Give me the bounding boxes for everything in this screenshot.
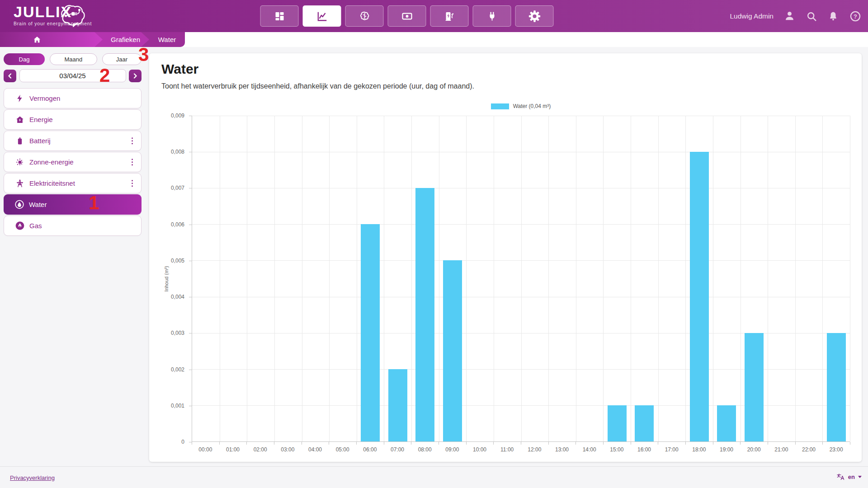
privacy-link[interactable]: Privacyverklaring (10, 474, 55, 481)
bar-09:00[interactable] (443, 260, 462, 441)
page-subtitle: Toont het waterverbruik per tijdseenheid… (161, 82, 474, 90)
x-tick-label: 06:00 (363, 446, 377, 453)
bar-19:00[interactable] (717, 405, 736, 441)
chart-legend[interactable]: Water (0,04 m³) (192, 103, 850, 109)
notifications-button[interactable] (827, 10, 839, 22)
sidebar-item-vermogen[interactable]: Vermogen (4, 88, 142, 108)
batterij-menu-button[interactable] (130, 136, 135, 146)
bar-06:00[interactable] (361, 224, 380, 441)
gridline-vertical (411, 116, 412, 441)
gridline-vertical (439, 116, 439, 441)
sidebar-item-label: Zonne-energie (29, 158, 74, 166)
x-tick-label: 15:00 (610, 446, 623, 453)
x-tick-mark (466, 442, 467, 445)
nav-charts-button[interactable] (303, 5, 341, 27)
x-tick-label: 02:00 (254, 446, 267, 453)
x-tick-label: 16:00 (637, 446, 651, 453)
user-profile-button[interactable] (783, 10, 796, 22)
brain-logo-icon (60, 4, 87, 27)
x-tick-label: 20:00 (747, 446, 761, 453)
sidebar-item-batterij[interactable]: Batterij (4, 131, 142, 151)
water-drop-icon (14, 199, 24, 210)
x-tick-label: 18:00 (692, 446, 706, 453)
x-tick-label: 03:00 (281, 446, 294, 453)
y-tick-label: 0,004 (171, 294, 184, 300)
language-selector[interactable]: en (836, 473, 862, 481)
sidebar-item-elektriciteitsnet[interactable]: Elektriciteitsnet (4, 173, 142, 193)
x-tick-label: 04:00 (308, 446, 322, 453)
period-year-button[interactable]: Jaar (102, 53, 142, 65)
prev-date-button[interactable] (4, 70, 16, 82)
elektriciteitsnet-menu-button[interactable] (130, 178, 135, 189)
x-tick-mark (521, 442, 521, 445)
help-button[interactable]: ? (849, 10, 862, 23)
power-pylon-icon (15, 179, 24, 188)
gridline-vertical (795, 116, 796, 441)
gridline-vertical (494, 116, 494, 441)
y-tick-label: 0,006 (171, 221, 184, 228)
annotation-marker-3: 3 (138, 45, 149, 64)
x-tick-mark (302, 442, 302, 445)
translate-icon (836, 473, 845, 481)
gridline-vertical (466, 116, 467, 441)
gridline-vertical (603, 116, 604, 441)
ev-charger-icon (444, 11, 455, 22)
bar-20:00[interactable] (745, 333, 764, 441)
x-tick-label: 22:00 (802, 446, 816, 453)
period-month-button[interactable]: Maand (50, 53, 97, 65)
y-tick-label: 0,005 (171, 258, 184, 264)
nav-finance-button[interactable] (388, 5, 426, 27)
nav-ai-button[interactable] (345, 5, 384, 27)
y-tick-label: 0,009 (171, 113, 184, 119)
period-day-button[interactable]: Dag (4, 53, 45, 65)
y-tick-label: 0,008 (171, 149, 184, 155)
x-tick-mark (658, 442, 658, 445)
nav-consumers-button[interactable] (473, 5, 511, 27)
x-tick-label: 01:00 (226, 446, 240, 453)
period-toggle: Dag Maand Jaar (4, 53, 142, 65)
x-tick-label: 12:00 (528, 446, 541, 453)
brain-icon (359, 10, 370, 22)
x-tick-mark (685, 442, 686, 445)
annotation-marker-2: 2 (99, 66, 110, 85)
gridline-vertical (220, 116, 220, 441)
gridline-vertical (850, 116, 850, 441)
bar-15:00[interactable] (608, 405, 627, 441)
sidebar-item-gas[interactable]: Gas (4, 216, 142, 236)
sidebar-item-label: Energie (29, 116, 53, 123)
sidebar-item-zonne-energie[interactable]: Zonne-energie (4, 152, 142, 172)
sidebar-item-label: Water (29, 201, 47, 208)
breadcrumb-home[interactable] (0, 32, 103, 47)
gridline-vertical (576, 116, 576, 441)
x-tick-label: 10:00 (473, 446, 486, 453)
bar-16:00[interactable] (635, 405, 654, 441)
nav-ev-charger-button[interactable] (430, 5, 469, 27)
y-tick-label: 0,002 (171, 366, 184, 373)
bar-18:00[interactable] (690, 152, 709, 441)
main-panel: Water Toont het waterverbruik per tijdse… (149, 53, 862, 462)
nav-dashboard-button[interactable] (260, 5, 299, 27)
x-tick-mark (274, 442, 274, 445)
bar-08:00[interactable] (415, 188, 434, 441)
gridline-vertical (357, 116, 357, 441)
search-button[interactable] (806, 10, 817, 22)
page-title: Water (161, 61, 198, 77)
nav-settings-button[interactable] (515, 5, 554, 27)
bar-07:00[interactable] (388, 369, 407, 441)
person-icon (783, 10, 796, 22)
sidebar-item-water[interactable]: Water (4, 194, 142, 215)
next-date-button[interactable] (129, 70, 142, 82)
gear-icon (528, 10, 540, 22)
x-tick-label: 17:00 (665, 446, 679, 453)
zonne-energie-menu-button[interactable] (130, 157, 135, 168)
sidebar-item-energie[interactable]: Energie (4, 109, 142, 130)
sidebar-item-label: Elektriciteitsnet (29, 179, 75, 187)
legend-swatch (491, 103, 509, 109)
x-tick-mark (850, 442, 850, 445)
bar-23:00[interactable] (827, 333, 846, 441)
main-nav (260, 5, 554, 27)
sun-icon (15, 158, 24, 167)
gridline-vertical (768, 116, 768, 441)
x-tick-mark (219, 442, 220, 445)
x-tick-mark (439, 442, 439, 445)
